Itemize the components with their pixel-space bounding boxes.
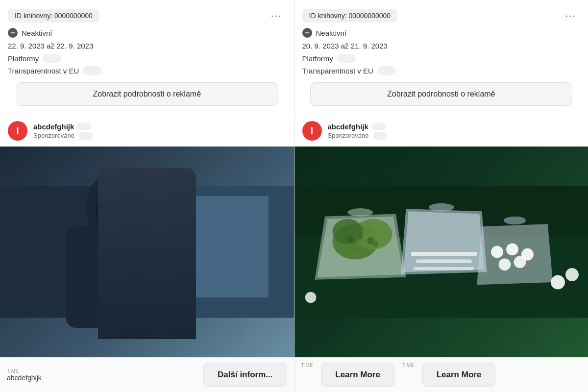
svg-point-48: [347, 208, 373, 217]
divider-left: [0, 114, 294, 114]
ad-image-left: [0, 147, 294, 357]
status-icon-left: [8, 28, 18, 38]
sponsored-badge-left: [78, 132, 93, 140]
svg-point-40: [491, 246, 503, 258]
svg-point-33: [372, 241, 378, 247]
sponsored-row-left: Sponzorováno: [33, 131, 93, 140]
sponsored-row-right: Sponzorováno: [328, 131, 388, 140]
card-header-left: ID knihovny: 0000000000 ···: [8, 8, 286, 23]
svg-rect-37: [416, 260, 472, 263]
status-row-left: Neaktivní: [8, 28, 286, 38]
advertiser-name-row-left: abcdefghijk: [33, 122, 93, 131]
date-range-right: 20. 9. 2023 až 21. 9. 2023: [302, 42, 581, 50]
cta-button-left[interactable]: Další inform...: [203, 363, 287, 387]
advertiser-info-right: abcdefghijk Sponzorováno: [328, 122, 388, 140]
platforms-row-right: Platformy: [302, 54, 581, 63]
platforms-label-right: Platformy: [302, 54, 333, 63]
advertiser-info-left: abcdefghijk Sponzorováno: [33, 122, 93, 140]
library-id-right: ID knihovny: 00000000000: [302, 9, 398, 23]
status-label-right: Neaktivní: [316, 29, 347, 37]
avatar-right: I: [302, 121, 322, 141]
svg-rect-38: [413, 267, 474, 270]
card-header-right: ID knihovny: 00000000000 ···: [302, 8, 581, 23]
status-icon-right: [302, 28, 312, 38]
ad-image-svg-right: [294, 147, 588, 357]
ad-card-right: ID knihovny: 00000000000 ··· Neaktivní 2…: [294, 0, 588, 392]
transparency-badge-right: [377, 66, 396, 75]
transparency-label-right: Transparentnost v EU: [302, 67, 373, 75]
svg-point-47: [305, 292, 316, 303]
inactive-icon-right: [304, 29, 311, 36]
svg-marker-14: [145, 285, 195, 318]
svg-point-45: [551, 275, 565, 290]
sponsored-label-right: Sponzorováno: [328, 132, 369, 139]
advertiser-row-right: I abcdefghijk Sponzorováno: [294, 121, 588, 141]
sponsored-label-left: Sponzorováno: [33, 132, 74, 139]
footer-domain-2-wrap: T.ME: [402, 363, 415, 387]
transparency-row-right: Transparentnost v EU: [302, 66, 581, 75]
svg-rect-10: [157, 272, 162, 287]
inactive-icon-left: [9, 29, 16, 36]
svg-rect-12: [172, 269, 177, 287]
footer-domain-right-2: T.ME: [402, 363, 415, 368]
svg-point-30: [358, 234, 363, 239]
show-details-button-right[interactable]: Zobrazit podrobnosti o reklamě: [310, 82, 573, 106]
advertiser-row-left: I abcdefghijk Sponzorováno: [0, 121, 294, 141]
cta-button-right-2[interactable]: Learn More: [422, 363, 496, 387]
platforms-row-left: Platformy: [8, 54, 286, 63]
ad-image-right: [294, 147, 588, 357]
platform-badge-right: [337, 54, 356, 63]
svg-point-19: [161, 266, 181, 278]
transparency-row-left: Transparentnost v EU: [8, 66, 286, 75]
advertiser-name-badge-left: [77, 122, 91, 130]
footer-domain-left: T.ME: [7, 368, 42, 374]
svg-marker-15: [148, 287, 192, 315]
card-meta-right: ID knihovny: 00000000000 ··· Neaktivní 2…: [294, 0, 588, 114]
platforms-label-left: Platformy: [8, 54, 39, 63]
sponsored-badge-right: [373, 132, 387, 140]
advertiser-name-row-right: abcdefghijk: [328, 122, 388, 131]
card-container: ID knihovny: 0000000000 ··· Neaktivní 22…: [0, 0, 588, 392]
card-footer-right: T.ME Learn More T.ME Learn More: [294, 357, 588, 392]
transparency-badge-left: [83, 66, 101, 75]
more-button-left[interactable]: ···: [267, 8, 286, 23]
footer-buttons-right: T.ME Learn More T.ME Learn More: [301, 363, 496, 387]
svg-marker-35: [403, 211, 484, 272]
svg-point-50: [503, 217, 525, 225]
transparency-label-left: Transparentnost v EU: [8, 67, 79, 75]
svg-point-9: [154, 252, 190, 302]
svg-rect-36: [411, 252, 476, 256]
footer-handle-left: abcdefghijk: [7, 374, 42, 382]
library-id-left: ID knihovny: 0000000000: [8, 9, 99, 23]
svg-line-17: [149, 275, 154, 285]
svg-point-16: [149, 296, 190, 314]
svg-rect-4: [177, 196, 269, 297]
divider-right: [294, 114, 588, 114]
svg-rect-13: [180, 270, 185, 286]
platform-badge-left: [43, 54, 61, 63]
svg-line-18: [187, 275, 192, 285]
svg-rect-6: [66, 226, 177, 328]
cta-button-right-1[interactable]: Learn More: [321, 363, 394, 387]
svg-point-32: [355, 247, 360, 252]
svg-point-41: [506, 243, 518, 255]
footer-domain-1-wrap: T.ME: [301, 363, 314, 387]
svg-point-46: [565, 268, 578, 281]
status-label-left: Neaktivní: [22, 29, 52, 37]
advertiser-name-left: abcdefghijk: [33, 122, 74, 131]
footer-site-left: T.ME abcdefghijk: [7, 368, 42, 382]
svg-point-49: [428, 203, 454, 212]
ad-image-svg-left: [0, 147, 294, 357]
footer-domain-right-1: T.ME: [301, 363, 314, 368]
status-row-right: Neaktivní: [302, 28, 581, 38]
more-button-right[interactable]: ···: [561, 8, 580, 23]
avatar-left: I: [8, 121, 27, 141]
svg-point-7: [96, 183, 147, 239]
svg-rect-11: [165, 270, 170, 287]
show-details-button-left[interactable]: Zobrazit podrobnosti o reklamě: [16, 82, 278, 106]
svg-point-8: [104, 194, 139, 234]
card-meta-left: ID knihovny: 0000000000 ··· Neaktivní 22…: [0, 0, 294, 114]
advertiser-name-badge-right: [371, 122, 386, 130]
svg-point-43: [498, 258, 511, 270]
advertiser-name-right: abcdefghijk: [328, 122, 368, 131]
